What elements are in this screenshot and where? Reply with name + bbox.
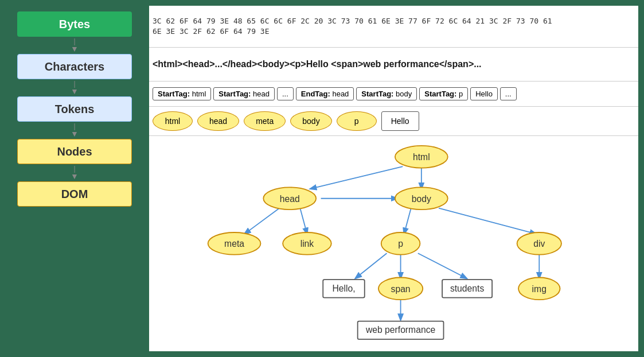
characters-panel: <html><head>...</head><body><p>Hello <sp… (149, 48, 638, 82)
edge-p-hello (356, 254, 387, 279)
dom-label-html: html (413, 153, 430, 162)
arrow-nodes-dom (71, 165, 79, 180)
dom-label-meta: meta (224, 239, 244, 249)
node-html: html (153, 111, 193, 131)
token-starttag-body: StartTag: body (356, 87, 417, 100)
stage-nodes: Nodes (17, 139, 132, 164)
node-body: body (290, 111, 331, 131)
token-starttag-html: StartTag: html (153, 87, 211, 100)
token-ellipsis-2: ... (500, 87, 517, 100)
content-panels: 3C 62 6F 64 79 3E 48 65 6C 6C 6F 2C 20 3… (149, 6, 638, 351)
edge-p-students (418, 254, 467, 279)
dom-label-div: div (533, 239, 545, 249)
dom-label-p: p (398, 239, 403, 249)
arrow-bytes-chars (71, 38, 79, 53)
dom-label-head: head (280, 194, 300, 204)
bytes-line2: 6E 3E 3C 2F 62 6F 64 79 3E (153, 26, 635, 37)
token-hello: Hello (470, 87, 498, 100)
stage-dom: DOM (17, 181, 132, 207)
dom-label-span: span (391, 284, 411, 294)
node-head: head (197, 111, 239, 131)
dom-label-link: link (300, 239, 314, 249)
dom-label-hello: Hello, (332, 284, 355, 293)
node-hello: Hello (381, 111, 419, 131)
stage-tokens: Tokens (17, 96, 132, 122)
token-starttag-p: StartTag: p (419, 87, 468, 100)
dom-label-webperf: web performance (365, 325, 436, 335)
token-starttag-head: StartTag: head (213, 87, 275, 100)
dom-label-students: students (450, 284, 485, 293)
stage-characters: Characters (17, 54, 132, 79)
bytes-panel: 3C 62 6F 64 79 3E 48 65 6C 6C 6F 2C 20 3… (149, 6, 638, 48)
edge-body-div (439, 208, 536, 234)
bytes-line1: 3C 62 6F 64 79 3E 48 65 6C 6C 6F 2C 20 3… (153, 16, 635, 26)
node-meta: meta (244, 111, 286, 131)
pipeline: Bytes Characters Tokens Nodes DOM (6, 6, 143, 351)
dom-panel: html head body meta link p div (149, 136, 638, 351)
tokens-panel: StartTag: html StartTag: head ... EndTag… (149, 82, 638, 107)
dom-svg: html head body meta link p div (149, 136, 638, 351)
arrow-tokens-nodes (71, 123, 79, 138)
arrow-chars-tokens (71, 80, 79, 95)
dom-label-img: img (532, 284, 547, 294)
characters-text: <html><head>...</head><body><p>Hello <sp… (153, 59, 482, 69)
edge-head-link (300, 208, 307, 234)
node-p: p (337, 111, 377, 131)
edge-body-p (404, 208, 411, 234)
nodes-panel: html head meta body p Hello (149, 107, 638, 136)
dom-label-body: body (412, 194, 431, 204)
token-ellipsis-1: ... (277, 87, 294, 100)
token-endtag-head: EndTag: head (296, 87, 354, 100)
edge-head-meta (245, 208, 279, 234)
edge-html-head (310, 167, 403, 189)
stage-bytes: Bytes (17, 11, 132, 37)
